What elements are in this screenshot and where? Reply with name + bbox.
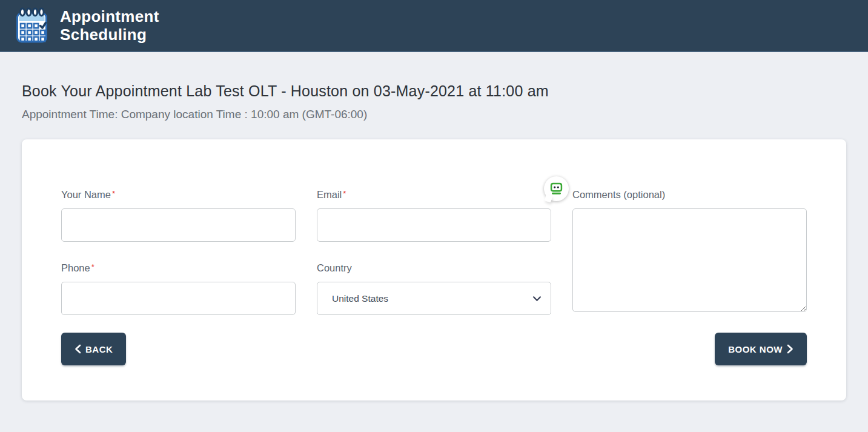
- phone-input[interactable]: [61, 282, 296, 315]
- roboform-robot-icon[interactable]: [544, 176, 569, 201]
- country-select-wrap: United States: [317, 282, 551, 315]
- email-label: Email*: [317, 189, 551, 201]
- back-button-label: BACK: [85, 344, 113, 354]
- chevron-right-icon: [787, 344, 793, 354]
- back-button[interactable]: BACK: [61, 333, 126, 365]
- required-asterisk: *: [91, 262, 94, 271]
- page-title: Book Your Appointment Lab Test OLT - Hou…: [22, 82, 846, 100]
- booking-form-card: Your Name* Email* Comments (op: [22, 139, 846, 400]
- required-asterisk: *: [343, 189, 346, 198]
- email-field-group: Email*: [317, 189, 551, 242]
- required-asterisk: *: [112, 189, 115, 198]
- phone-label: Phone*: [61, 262, 296, 274]
- calendar-icon: [16, 7, 48, 44]
- country-field-group: Country United States: [317, 262, 551, 315]
- app-header: Appointment Scheduling: [0, 0, 868, 52]
- book-now-button[interactable]: BOOK NOW: [715, 333, 807, 365]
- comments-textarea[interactable]: [572, 208, 807, 312]
- country-label: Country: [317, 262, 551, 274]
- app-title-line1: Appointment: [60, 7, 159, 25]
- name-field-group: Your Name*: [61, 189, 296, 242]
- name-label: Your Name*: [61, 189, 296, 201]
- country-select[interactable]: United States: [317, 282, 551, 315]
- comments-field-group: Comments (optional): [572, 189, 807, 315]
- chevron-left-icon: [75, 344, 81, 354]
- app-title: Appointment Scheduling: [60, 7, 159, 44]
- booking-form: Your Name* Email* Comments (op: [61, 189, 807, 315]
- appointment-time-subtitle: Appointment Time: Company location Time …: [22, 108, 846, 121]
- book-now-button-label: BOOK NOW: [728, 344, 783, 354]
- comments-label: Comments (optional): [572, 189, 807, 201]
- form-buttons-row: BACK BOOK NOW: [61, 333, 807, 365]
- robot-glyph: [549, 182, 563, 196]
- app-title-line2: Scheduling: [60, 25, 159, 44]
- page-content: Book Your Appointment Lab Test OLT - Hou…: [0, 82, 868, 425]
- name-input[interactable]: [61, 208, 296, 242]
- phone-field-group: Phone*: [61, 262, 296, 315]
- email-input[interactable]: [317, 208, 551, 242]
